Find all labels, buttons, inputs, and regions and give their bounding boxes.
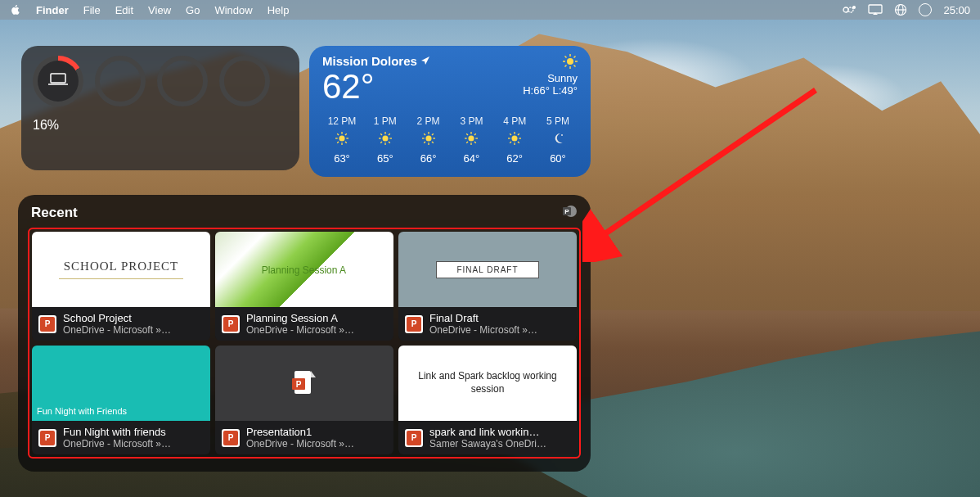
svg-line-15 [565,56,567,58]
recent-card-2[interactable]: FINAL DRAFT P Final Draft OneDrive - Mic… [398,232,577,341]
app-menu[interactable]: Finder [36,4,69,16]
svg-point-19 [339,135,344,141]
svg-point-55 [512,135,518,141]
powerpoint-file-icon: P [222,315,240,333]
recent-title: Recent [31,205,78,221]
recent-location: OneDrive - Microsoft »… [429,324,537,336]
menubar: Finder File Edit View Go Window Help 25:… [0,0,980,20]
powerpoint-file-icon: P [405,429,423,447]
battery-rings [33,56,288,106]
sun-icon [465,132,478,147]
recent-filename: Final Draft [429,312,537,324]
recent-thumb-0: SCHOOL PROJECT [32,232,210,307]
svg-point-2 [852,6,856,9]
network-globe-icon[interactable] [894,3,907,16]
weather-hour-0: 12 PM 63° [322,115,362,165]
svg-line-51 [467,133,469,135]
battery-ring-laptop [33,56,83,106]
weather-temp: 62° [322,70,430,104]
weather-hour-3: 3 PM 64° [452,115,491,165]
weather-hourly: 12 PM 63° 1 PM 65° 2 PM 66° 3 PM 64° 4 P… [322,115,578,165]
weather-widget[interactable]: Mission Dolores 62° Sunny H:66° L:49° 12… [309,46,591,177]
screen-mirroring-icon[interactable] [868,4,883,16]
svg-line-63 [518,133,519,135]
powerpoint-file-icon: P [405,315,423,333]
svg-line-26 [337,142,339,143]
recent-widget[interactable]: Recent P SCHOOL PROJECT P School Project… [18,195,591,472]
recent-thumb-5: Link and Spark backlog working session [398,346,577,421]
weather-location: Mission Dolores [322,54,430,68]
svg-text:P: P [296,380,302,389]
svg-line-24 [337,133,339,135]
svg-line-34 [389,142,390,143]
menu-window[interactable]: Window [214,4,252,16]
menu-go[interactable]: Go [186,4,200,16]
battery-percent-label: 16% [33,118,288,133]
svg-line-43 [432,142,434,143]
powerpoint-app-icon[interactable]: P [561,203,578,223]
svg-line-62 [510,142,511,143]
svg-line-16 [574,66,576,67]
laptop-icon [47,72,69,90]
svg-marker-69 [311,371,316,377]
powerpoint-file-icon: P [38,315,56,333]
svg-line-52 [474,142,476,143]
weather-hilo: H:66° L:49° [523,84,578,97]
sun-icon [422,132,435,147]
menu-edit[interactable]: Edit [115,4,133,16]
recent-card-0[interactable]: SCHOOL PROJECT P School Project OneDrive… [32,232,210,341]
recent-thumb-2: FINAL DRAFT [398,232,577,307]
recent-filename: spark and link workin… [429,426,546,438]
status-circle-icon[interactable] [919,3,932,16]
recent-card-3[interactable]: Fun Night with Friends P Fun Night with … [32,346,210,454]
svg-line-25 [345,142,347,143]
recent-thumb-1: Planning Session A [215,232,393,307]
svg-line-61 [518,142,519,143]
sun-icon [379,132,392,147]
svg-point-64 [561,134,563,136]
menubar-clock[interactable]: 25:00 [943,4,970,16]
teams-status-icon[interactable] [842,4,856,16]
recent-location: OneDrive - Microsoft »… [63,438,171,450]
svg-line-44 [424,142,425,143]
weather-hour-1: 1 PM 65° [366,115,405,165]
recent-grid: SCHOOL PROJECT P School Project OneDrive… [28,228,581,459]
svg-line-18 [574,56,576,58]
recent-card-4[interactable]: P P Presentation1 OneDrive - Microsoft »… [215,346,393,454]
sun-icon [508,132,521,147]
sun-icon [523,54,578,69]
weather-hour-5: 5 PM 60° [538,115,578,165]
svg-line-17 [565,66,567,67]
svg-point-10 [567,58,573,65]
battery-ring-empty-3 [219,56,270,106]
svg-line-53 [467,142,469,143]
recent-location: Samer Sawaya's OneDri… [429,438,546,450]
svg-line-35 [380,142,382,143]
recent-thumb-3: Fun Night with Friends [32,346,210,421]
weather-condition: Sunny [523,72,578,84]
svg-point-0 [843,7,848,12]
svg-line-33 [380,133,382,135]
apple-menu[interactable] [10,4,21,16]
recent-location: OneDrive - Microsoft »… [246,324,354,336]
menu-file[interactable]: File [83,4,101,16]
recent-thumb-4: P [215,346,393,421]
svg-line-36 [389,133,390,135]
svg-text:P: P [564,208,569,215]
recent-filename: Fun Night with friends [63,426,171,438]
svg-line-60 [510,133,511,135]
battery-widget[interactable]: 16% [21,46,299,170]
svg-rect-8 [51,74,65,83]
recent-card-5[interactable]: Link and Spark backlog working session P… [398,346,577,454]
recent-location: OneDrive - Microsoft »… [246,438,354,450]
battery-ring-empty-2 [157,56,208,106]
powerpoint-file-icon: P [38,429,56,447]
recent-location: OneDrive - Microsoft »… [63,324,171,336]
svg-line-27 [345,133,347,135]
weather-hour-4: 4 PM 62° [495,115,534,165]
recent-card-1[interactable]: Planning Session A P Planning Session A … [215,232,393,341]
menu-view[interactable]: View [148,4,171,16]
powerpoint-file-icon: P [222,429,240,447]
menu-help[interactable]: Help [267,4,290,16]
recent-filename: School Project [63,312,171,324]
